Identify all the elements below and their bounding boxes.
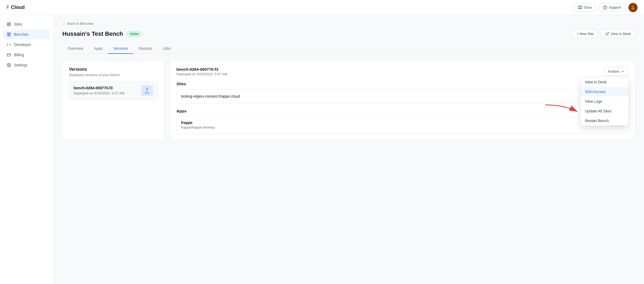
support-label: Support	[609, 5, 621, 9]
book-icon	[578, 5, 582, 10]
breadcrumb-arrow: ←	[62, 22, 66, 26]
code-icon	[6, 42, 11, 47]
sidebar-item-benches-label: Benches	[14, 32, 28, 37]
actions-dropdown: View in Desk SSH Access View Logs Update…	[580, 77, 629, 126]
page-header: Hussain's Test Bench Active + New Site V…	[62, 29, 635, 38]
sidebar: Sites Benches Developer Billing	[0, 15, 54, 284]
sidebar-item-developer[interactable]: Developer	[3, 40, 50, 49]
chevron-down-icon	[621, 70, 625, 73]
view-in-desk-header-label: View in Desk	[611, 32, 631, 36]
main-layout: Sites Benches Developer Billing	[0, 15, 644, 284]
app-row: frappe frappe/frappe:develop 5f68716	[176, 116, 629, 133]
versions-subtitle: Deployed versions of your bench	[69, 73, 158, 77]
view-in-desk-header-button[interactable]: View in Desk	[601, 29, 635, 38]
grid-icon	[6, 32, 11, 37]
tabs: Overview Apps Versions Deploys Jobs	[62, 44, 635, 54]
version-name: bench-0284-000770-f3	[74, 86, 124, 90]
app-branch: frappe/frappe:develop	[181, 125, 215, 129]
breadcrumb-label: Back to Benches	[67, 22, 94, 26]
tab-deploys[interactable]: Deploys	[133, 44, 158, 54]
svg-line-13	[607, 32, 609, 34]
dropdown-update-all-sites[interactable]: Update All Sites	[581, 106, 628, 116]
apps-section-title: Apps	[176, 109, 629, 113]
versions-title: Versions	[69, 67, 158, 72]
bench-deployed: Deployed on 4/25/2022, 5:57 AM	[176, 72, 227, 76]
header-actions: + New Site View in Desk	[572, 29, 635, 38]
sidebar-item-billing-label: Billing	[14, 53, 24, 57]
site-count-badge: 1 site	[141, 85, 153, 96]
dropdown-ssh-access[interactable]: SSH Access	[581, 87, 628, 97]
svg-rect-3	[7, 23, 9, 24]
support-icon	[603, 5, 607, 10]
sidebar-item-developer-label: Developer	[14, 42, 31, 47]
app-wrapper: F Cloud Docs Support	[0, 0, 644, 284]
settings-icon	[6, 63, 11, 68]
svg-rect-6	[7, 24, 9, 26]
versions-panel: Versions Deployed versions of your bench…	[62, 60, 164, 140]
sidebar-item-sites-label: Sites	[14, 22, 22, 26]
nav-actions: Docs Support	[574, 3, 638, 12]
site-row: testing-region-consent.frappe.cloud Acti…	[176, 89, 629, 103]
site-count-label: site	[145, 91, 149, 94]
docs-label: Docs	[584, 5, 592, 9]
site-name: testing-region-consent.frappe.cloud	[181, 94, 240, 98]
dropdown-view-logs[interactable]: View Logs	[581, 97, 628, 106]
status-badge: Active	[126, 31, 142, 37]
actions-container: Actions View in Desk SSH Access	[604, 67, 629, 76]
version-info: bench-0284-000770-f3 Deployed on 4/25/20…	[74, 86, 124, 95]
support-button[interactable]: Support	[599, 3, 625, 12]
svg-rect-10	[7, 54, 10, 56]
sidebar-item-billing[interactable]: Billing	[3, 50, 50, 60]
svg-point-12	[8, 65, 9, 66]
tab-versions[interactable]: Versions	[108, 44, 133, 54]
breadcrumb[interactable]: ← Back to Benches	[62, 22, 635, 26]
brand: F Cloud	[6, 5, 25, 10]
svg-rect-5	[9, 24, 10, 26]
sidebar-item-settings[interactable]: Settings	[3, 60, 50, 70]
actions-button[interactable]: Actions	[604, 67, 629, 76]
sites-section-title: Sites	[176, 81, 629, 86]
svg-rect-4	[9, 23, 10, 24]
billing-icon	[6, 52, 11, 57]
bench-header: bench-0284-000770-f3 Deployed on 4/25/20…	[176, 67, 629, 76]
top-nav: F Cloud Docs Support	[0, 0, 644, 15]
layout-icon	[6, 22, 11, 27]
page-title-area: Hussain's Test Bench Active	[62, 30, 142, 37]
sites-section: Sites testing-region-consent.frappe.clou…	[176, 81, 629, 103]
tab-overview[interactable]: Overview	[62, 44, 89, 54]
svg-rect-7	[7, 33, 10, 34]
tab-jobs[interactable]: Jobs	[158, 44, 176, 54]
sidebar-item-settings-label: Settings	[14, 63, 28, 67]
sidebar-item-sites[interactable]: Sites	[3, 19, 50, 29]
new-site-button[interactable]: + New Site	[572, 29, 598, 38]
new-site-label: + New Site	[577, 32, 594, 36]
external-link-icon	[605, 32, 609, 36]
version-item[interactable]: bench-0284-000770-f3 Deployed on 4/25/20…	[69, 81, 158, 100]
brand-name: Cloud	[11, 5, 25, 10]
site-count: 1	[146, 87, 148, 91]
version-date: Deployed on 4/25/2022, 5:57 AM	[74, 91, 124, 95]
content-grid: Versions Deployed versions of your bench…	[62, 60, 635, 140]
svg-point-1	[605, 8, 605, 9]
detail-panel: bench-0284-000770-f3 Deployed on 4/25/20…	[170, 60, 635, 140]
dropdown-view-in-desk[interactable]: View in Desk	[581, 77, 628, 87]
apps-section: Apps frappe frappe/frappe:develop 5f6871…	[176, 109, 629, 133]
app-info: frappe frappe/frappe:develop	[181, 120, 215, 129]
actions-label: Actions	[608, 69, 619, 73]
tab-apps[interactable]: Apps	[89, 44, 108, 54]
brand-f: F	[6, 5, 9, 10]
page-title: Hussain's Test Bench	[62, 30, 123, 37]
bench-info: bench-0284-000770-f3 Deployed on 4/25/20…	[176, 67, 227, 76]
main-content: ← Back to Benches Hussain's Test Bench A…	[54, 15, 644, 284]
svg-point-2	[632, 6, 634, 8]
app-name: frappe	[181, 120, 215, 125]
bench-name: bench-0284-000770-f3	[176, 67, 227, 72]
svg-rect-8	[7, 34, 9, 36]
docs-button[interactable]: Docs	[574, 3, 596, 12]
user-avatar[interactable]	[628, 3, 638, 12]
sidebar-item-benches[interactable]: Benches	[3, 30, 50, 39]
dropdown-restart-bench[interactable]: Restart Bench	[581, 116, 628, 126]
svg-rect-9	[9, 34, 10, 36]
